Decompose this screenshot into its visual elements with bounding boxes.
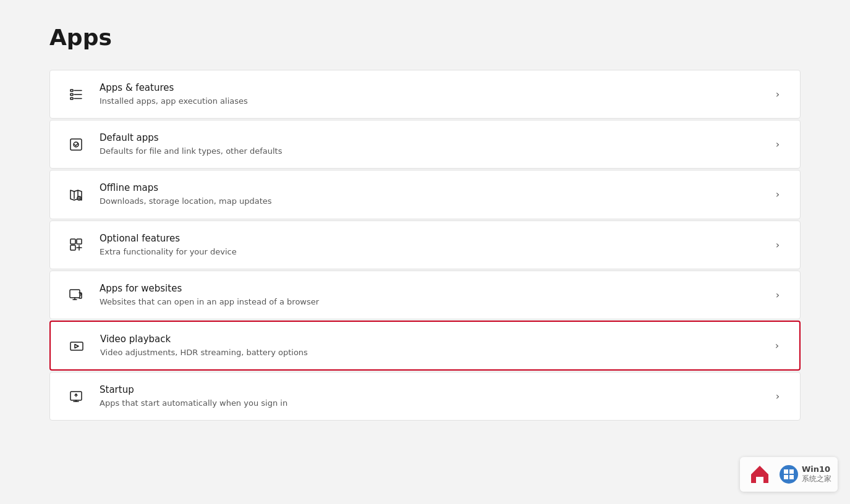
page-container: Apps Apps & features Installed apps, app…	[0, 0, 850, 447]
apps-websites-icon	[65, 284, 87, 306]
settings-item-apps-websites[interactable]: Apps for websites Websites that can open…	[49, 271, 801, 319]
svg-rect-4	[70, 98, 73, 99]
settings-item-apps-features[interactable]: Apps & features Installed apps, app exec…	[49, 70, 801, 119]
optional-features-chevron: ›	[770, 237, 785, 252]
video-playback-chevron: ›	[770, 338, 784, 353]
startup-chevron: ›	[770, 389, 785, 404]
svg-rect-21	[756, 478, 759, 483]
settings-item-default-apps[interactable]: Default apps Defaults for file and link …	[49, 120, 801, 169]
default-apps-text: Default apps Defaults for file and link …	[100, 132, 770, 157]
settings-item-startup[interactable]: Startup Apps that start automatically wh…	[49, 372, 801, 421]
chevron-right-icon: ›	[775, 340, 779, 351]
apps-features-subtitle: Installed apps, app execution aliases	[100, 96, 770, 107]
svg-rect-18	[70, 290, 80, 298]
video-playback-icon	[66, 335, 88, 357]
watermark: Win10 系统之家	[740, 457, 838, 492]
svg-rect-13	[70, 239, 75, 244]
startup-icon	[65, 385, 87, 408]
optional-features-icon	[65, 233, 87, 256]
windows-icon	[780, 465, 798, 484]
video-playback-text: Video playback Video adjustments, HDR st…	[100, 333, 770, 358]
apps-features-text: Apps & features Installed apps, app exec…	[100, 82, 770, 107]
settings-item-video-playback[interactable]: Video playback Video adjustments, HDR st…	[49, 321, 801, 371]
svg-rect-2	[70, 93, 73, 95]
video-playback-title: Video playback	[100, 333, 770, 346]
default-apps-icon	[65, 133, 87, 156]
svg-rect-19	[70, 342, 83, 350]
startup-text: Startup Apps that start automatically wh…	[100, 384, 770, 409]
chevron-right-icon: ›	[776, 188, 780, 200]
default-apps-subtitle: Defaults for file and link types, other …	[100, 146, 770, 157]
apps-websites-chevron: ›	[770, 287, 785, 302]
svg-rect-0	[70, 90, 73, 91]
svg-rect-26	[789, 475, 794, 479]
apps-websites-text: Apps for websites Websites that can open…	[100, 282, 770, 308]
offline-maps-text: Offline maps Downloads, storage location…	[100, 182, 770, 207]
video-playback-subtitle: Video adjustments, HDR streaming, batter…	[100, 347, 770, 358]
optional-features-text: Optional features Extra functionality fo…	[100, 232, 770, 258]
chevron-right-icon: ›	[776, 88, 780, 100]
svg-rect-23	[784, 469, 788, 474]
watermark-house-icon	[746, 461, 773, 488]
default-apps-title: Default apps	[100, 132, 770, 145]
offline-maps-title: Offline maps	[100, 182, 770, 195]
chevron-right-icon: ›	[776, 390, 780, 402]
startup-subtitle: Apps that start automatically when you s…	[100, 398, 770, 409]
page-title: Apps	[49, 25, 801, 50]
apps-websites-subtitle: Websites that can open in an app instead…	[100, 296, 770, 308]
apps-features-chevron: ›	[770, 87, 785, 102]
svg-rect-14	[77, 239, 82, 244]
svg-rect-6	[70, 139, 82, 150]
svg-rect-15	[70, 245, 75, 250]
apps-features-icon	[65, 83, 87, 106]
apps-websites-title: Apps for websites	[100, 282, 770, 295]
watermark-text: Win10 系统之家	[802, 464, 831, 484]
chevron-right-icon: ›	[776, 289, 780, 301]
default-apps-chevron: ›	[770, 137, 785, 152]
optional-features-subtitle: Extra functionality for your device	[100, 246, 770, 258]
chevron-right-icon: ›	[776, 239, 780, 251]
watermark-win-badge: Win10 系统之家	[780, 464, 831, 484]
settings-item-offline-maps[interactable]: Offline maps Downloads, storage location…	[49, 170, 801, 219]
offline-maps-subtitle: Downloads, storage location, map updates	[100, 196, 770, 207]
offline-maps-icon	[65, 183, 87, 206]
offline-maps-chevron: ›	[770, 187, 785, 202]
svg-rect-25	[784, 475, 788, 479]
svg-rect-22	[760, 478, 763, 483]
startup-title: Startup	[100, 384, 770, 397]
apps-features-title: Apps & features	[100, 82, 770, 94]
optional-features-title: Optional features	[100, 232, 770, 245]
chevron-right-icon: ›	[776, 138, 780, 150]
settings-list: Apps & features Installed apps, app exec…	[49, 70, 801, 422]
settings-item-optional-features[interactable]: Optional features Extra functionality fo…	[49, 220, 801, 269]
svg-rect-24	[789, 469, 794, 474]
